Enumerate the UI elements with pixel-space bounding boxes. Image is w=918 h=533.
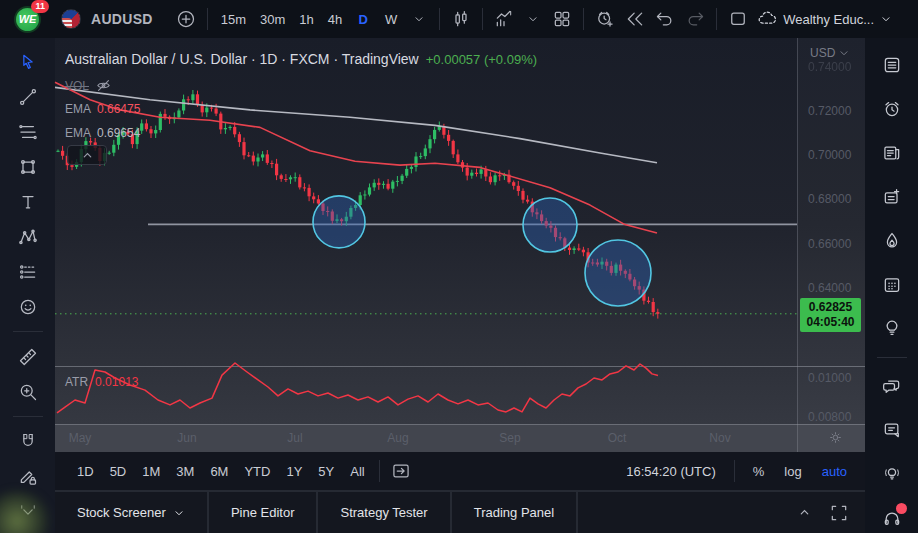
- alert-plus-icon: [595, 9, 615, 29]
- watchlist-button[interactable]: [876, 50, 908, 81]
- forecast-tool-button[interactable]: [11, 258, 45, 285]
- tab-stock-screener[interactable]: Stock Screener: [55, 492, 207, 533]
- percent-scale-button[interactable]: %: [745, 464, 773, 479]
- chevron-down-icon: [413, 13, 425, 25]
- toolbar-separator: [207, 8, 208, 30]
- redo-button[interactable]: [680, 5, 710, 33]
- price-tick: 0.68000: [808, 192, 851, 206]
- cloud-account-menu[interactable]: Wealthy Educ...: [757, 9, 892, 29]
- account-name: Wealthy Educ...: [783, 12, 874, 27]
- streams-button[interactable]: [876, 458, 908, 489]
- range-ytd[interactable]: YTD: [236, 464, 278, 479]
- panel-maximize-icon[interactable]: [829, 503, 849, 523]
- price-tick: 0.66000: [808, 237, 851, 251]
- range-3m[interactable]: 3M: [168, 464, 202, 479]
- timeframe-30m[interactable]: 30m: [253, 5, 292, 33]
- range-1d[interactable]: 1D: [69, 464, 102, 479]
- range-5d[interactable]: 5D: [102, 464, 135, 479]
- compare-add-symbol-button[interactable]: [171, 5, 201, 33]
- create-alert-button[interactable]: [590, 5, 620, 33]
- public-chats-button[interactable]: [876, 371, 908, 402]
- range-1y[interactable]: 1Y: [278, 464, 310, 479]
- shapes-tool-button[interactable]: [11, 153, 45, 180]
- atr-chart[interactable]: [55, 367, 797, 424]
- range-5y[interactable]: 5Y: [310, 464, 342, 479]
- panel-collapse-icon[interactable]: [798, 506, 811, 519]
- broker-logo[interactable]: WE 11: [0, 6, 55, 33]
- timeframe-1h[interactable]: 1h: [292, 5, 320, 33]
- right-sidebar: [865, 38, 918, 533]
- timeframe-expand-button[interactable]: [405, 5, 433, 33]
- price-axis[interactable]: USD 0.62825 04:05:40 0.740000.720000.700…: [798, 38, 865, 452]
- cursor-tool-button[interactable]: [11, 48, 45, 75]
- emoji-tool-button[interactable]: [11, 293, 45, 320]
- chart-area[interactable]: MayJunJulAugSepOctNov USD 0.62825 04:05:…: [55, 38, 865, 452]
- month-label-nov: Nov: [709, 431, 730, 445]
- range-6m[interactable]: 6M: [202, 464, 236, 479]
- pattern-tool-button[interactable]: [11, 223, 45, 250]
- grid-icon: [552, 9, 572, 29]
- tab-pine-editor[interactable]: Pine Editor: [209, 492, 317, 533]
- timeframe-d[interactable]: D: [349, 5, 377, 33]
- atr-legend-row[interactable]: ATR 0.01013: [65, 375, 139, 389]
- price-tick: 0.70000: [808, 148, 851, 162]
- toolbar-separator: [583, 8, 584, 30]
- text-tool-button[interactable]: [11, 188, 45, 215]
- layout-grid-button[interactable]: [547, 5, 577, 33]
- timeframe-15m[interactable]: 15m: [214, 5, 253, 33]
- clock-utc[interactable]: 16:54:20 (UTC): [618, 464, 724, 479]
- chart-type-button[interactable]: [446, 5, 476, 33]
- redo-icon: [685, 9, 705, 29]
- month-label-oct: Oct: [608, 431, 627, 445]
- axis-settings-icon[interactable]: [828, 430, 843, 448]
- ema-slow-legend-row[interactable]: EMA 0.69654: [65, 126, 140, 140]
- range-all[interactable]: All: [342, 464, 372, 479]
- log-scale-button[interactable]: log: [776, 464, 809, 479]
- legend-collapse-button[interactable]: [67, 145, 107, 165]
- last-price: 0.62825: [800, 300, 861, 315]
- tab-trading-panel[interactable]: Trading Panel: [452, 492, 576, 533]
- price-chart[interactable]: [55, 38, 797, 366]
- measure-tool-button[interactable]: [11, 343, 45, 370]
- indicators-button[interactable]: [489, 5, 519, 33]
- tradingview-app: WE 11 AUDUSD 15m30m1h4hDW Wealthy Educ..…: [0, 0, 918, 533]
- atr-tick: 0.01000: [808, 371, 851, 385]
- chevron-up-icon: [81, 149, 94, 162]
- volume-legend-row[interactable]: VOL: [65, 77, 112, 94]
- fib-retracement-tool-button[interactable]: [11, 118, 45, 145]
- timeframe-4h[interactable]: 4h: [321, 5, 349, 33]
- range-1m[interactable]: 1M: [134, 464, 168, 479]
- tab-strategy-tester[interactable]: Strategy Tester: [318, 492, 449, 533]
- audusd-flag-icon: [61, 9, 81, 29]
- comments-button[interactable]: [876, 415, 908, 446]
- alerts-button[interactable]: [876, 94, 908, 125]
- undo-button[interactable]: [650, 5, 680, 33]
- news-button[interactable]: [876, 138, 908, 169]
- screenshot-button[interactable]: [723, 5, 753, 33]
- bar-replay-button[interactable]: [620, 5, 650, 33]
- magnet-tool-button[interactable]: [11, 428, 45, 455]
- auto-scale-button[interactable]: auto: [814, 464, 855, 479]
- chart-legend-title[interactable]: Australian Dollar / U.S. Dollar · 1D · F…: [65, 51, 537, 67]
- economic-calendar-button[interactable]: [876, 269, 908, 300]
- axis-currency-menu[interactable]: USD: [810, 46, 850, 60]
- toolbar-separator: [379, 460, 380, 482]
- eye-off-icon[interactable]: [95, 77, 112, 94]
- notifications-button[interactable]: [876, 502, 908, 533]
- drawing-lock-tool-button[interactable]: [11, 463, 45, 490]
- zoom-in-tool-button[interactable]: [11, 378, 45, 405]
- symbol-search-button[interactable]: AUDUSD: [87, 5, 157, 33]
- price-tick: 0.64000: [808, 281, 851, 295]
- notification-badge: 11: [31, 0, 49, 13]
- hotlists-button[interactable]: [876, 225, 908, 256]
- time-axis[interactable]: MayJunJulAugSepOctNov: [55, 425, 865, 452]
- ideas-button[interactable]: [876, 313, 908, 344]
- timeframe-w[interactable]: W: [377, 5, 405, 33]
- trendline-tool-button[interactable]: [11, 83, 45, 110]
- text-notes-button[interactable]: [876, 181, 908, 212]
- indicator-templates-button[interactable]: [519, 5, 547, 33]
- candles-icon: [451, 9, 471, 29]
- go-to-date-button[interactable]: [386, 457, 416, 485]
- month-label-aug: Aug: [387, 431, 408, 445]
- ema-fast-legend-row[interactable]: EMA 0.66475: [65, 102, 140, 116]
